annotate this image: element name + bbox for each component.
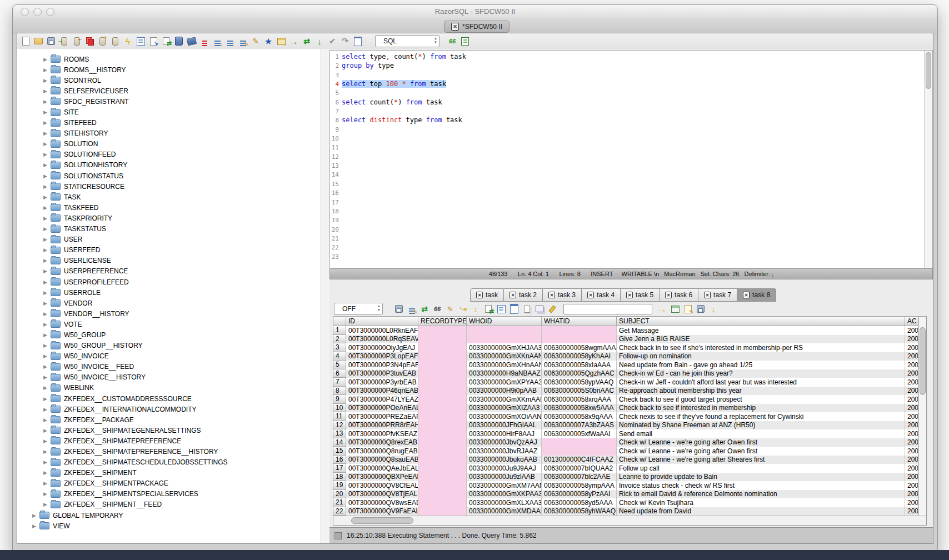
table-row[interactable]: 1200T3000000PRR8rEAH0033000000JFhGlAAL00… (333, 421, 926, 430)
table-cell[interactable]: 006300000058xIaAAA (542, 361, 617, 369)
editor-line[interactable]: 13 (330, 161, 932, 170)
table-cell[interactable]: 200 (905, 361, 918, 369)
table-row[interactable]: 1100T3000000PREZaEAP0033000000GmXOiAAN00… (333, 412, 926, 421)
table-cell[interactable]: Check w/ Leanne - we're going after Shea… (617, 456, 905, 464)
table-cell[interactable]: 00T3000000Q8sauEAB (346, 456, 418, 464)
tree-item-zkfedex-internationalcommodity[interactable]: ▶ZKFEDEX__INTERNATIONALCOMMODITY (17, 404, 321, 414)
table-cell[interactable]: 00T3000000OiyJgEAJ (346, 343, 418, 352)
table-cell[interactable] (418, 447, 467, 456)
expand-arrow-icon[interactable]: ▶ (43, 109, 51, 115)
table-cell[interactable]: 200 (905, 326, 918, 335)
table-cell[interactable] (418, 326, 467, 335)
new-database-object-icon[interactable] (97, 36, 107, 46)
table-row[interactable]: 500T3000000P3N4pEAF0033000000GmXHnAAN006… (333, 361, 926, 369)
table-cell[interactable]: 0033000000GmXKmAAN (467, 395, 542, 404)
tree-item-taskfeed[interactable]: ▶TASKFEED (17, 202, 321, 213)
expand-arrow-icon[interactable]: ▶ (43, 502, 51, 507)
tree-item-taskpriority[interactable]: ▶TASKPRIORITY (17, 213, 321, 223)
expand-arrow-icon[interactable]: ▶ (43, 385, 51, 391)
single-record-view-icon[interactable] (509, 304, 519, 314)
table-row[interactable]: 300T3000000OiyJgEAJ0033000000GmXHJAA3006… (333, 343, 926, 352)
tree-item-zkfedex-shipmentspecialservices[interactable]: ▶ZKFEDEX__SHIPMENTSPECIALSERVICES (17, 489, 321, 499)
expand-arrow-icon[interactable]: ▶ (32, 513, 39, 518)
expand-arrow-icon[interactable]: ▶ (43, 407, 51, 412)
table-row[interactable]: 700T3000000P3yrbEAB0033000000GmXPYAA3006… (333, 378, 926, 387)
table-cell[interactable]: 0033000000H9i0pAAB (467, 387, 542, 396)
table-cell[interactable] (418, 369, 467, 378)
refresh-pages-icon[interactable] (161, 36, 171, 46)
table-cell[interactable]: 00T3000000P46qnEAB (346, 387, 418, 396)
close-tab-icon[interactable]: ✕ (626, 292, 633, 298)
table-cell[interactable]: 0033000000GmXOiAAN (467, 412, 542, 421)
tree-item-view[interactable]: ▶VIEW (17, 521, 321, 531)
column-header-ID[interactable]: ID (346, 317, 418, 326)
tree-item-sitefeed[interactable]: ▶SITEFEED (17, 118, 321, 128)
expand-arrow-icon[interactable]: ▶ (43, 78, 51, 83)
expand-arrow-icon[interactable]: ▶ (43, 364, 51, 369)
table-cell[interactable]: 0013000000C4fFCAAZ (542, 456, 617, 464)
expand-arrow-icon[interactable]: ▶ (43, 396, 51, 402)
table-cell[interactable] (418, 438, 467, 447)
expand-arrow-icon[interactable]: ▶ (43, 162, 51, 168)
column-header-WHATID[interactable]: WHATID (542, 317, 617, 326)
column-header-AC[interactable]: AC (905, 317, 918, 326)
disconnect-database-icon[interactable] (72, 36, 82, 46)
table-cell[interactable]: Nominated by Shane Freeman at ANZ (HR50) (617, 421, 905, 430)
table-cell[interactable]: 200 (905, 352, 918, 361)
close-tab-icon[interactable]: ✕ (704, 292, 711, 298)
expand-arrow-icon[interactable]: ▶ (43, 194, 51, 200)
editor-line[interactable]: 9 (330, 125, 932, 134)
column-header-SUBJECT[interactable]: SUBJECT (617, 317, 905, 326)
table-cell[interactable]: 00T3000000P3tuvEAB (346, 369, 418, 378)
table-cell[interactable]: 200 (905, 412, 918, 421)
tree-item-zkfedex-shipment[interactable]: ▶ZKFEDEX__SHIPMENT (17, 468, 321, 478)
result-tab-task-7[interactable]: ✕task 7 (698, 288, 737, 302)
tree-item-zkfedex-customaddresssource[interactable]: ▶ZKFEDEX__CUSTOMADDRESSSOURCE (17, 393, 321, 404)
close-tab-icon[interactable]: ✕ (665, 292, 672, 298)
table-cell[interactable]: 006300000058wgmAAA (542, 343, 617, 352)
table-cell[interactable] (542, 326, 617, 335)
tree-item-zkfedex-shipmategeneralsettings[interactable]: ▶ZKFEDEX__SHIPMATEGENERALSETTINGS (17, 425, 321, 436)
table-cell[interactable]: 00630000007blc2AAE (542, 473, 617, 482)
editor-line[interactable]: 7 (330, 107, 932, 116)
expand-arrow-icon[interactable]: ▶ (43, 237, 51, 242)
table-cell[interactable]: 0033000000GmXMDAA3 (467, 507, 542, 516)
expand-arrow-icon[interactable]: ▶ (43, 279, 51, 285)
quotes-icon[interactable] (432, 304, 442, 314)
table-row[interactable]: 1600T3000000Q8sauEAB0033000000JbukoAAB00… (333, 456, 926, 464)
table-cell[interactable]: Need update from Bain - gave go ahead 1/… (617, 361, 905, 369)
tree-item-user[interactable]: ▶USER (17, 234, 321, 245)
table-row[interactable]: 1500T3000000Q8rugEAB0033000000JbvRJAAZCh… (333, 447, 926, 456)
sort-list-icon[interactable] (212, 36, 222, 46)
new-file-icon[interactable] (21, 36, 31, 46)
table-cell[interactable]: Send email (617, 429, 905, 438)
result-tab-task-4[interactable]: ✕task 4 (582, 288, 621, 302)
table-cell[interactable] (418, 378, 467, 387)
tree-item-sitehistory[interactable]: ▶SITEHISTORY (17, 128, 321, 139)
table-cell[interactable]: 0033000000HirF8AAJ (467, 429, 542, 438)
table-cell[interactable]: Check nexis to see if they've found a re… (617, 412, 905, 421)
expand-arrow-icon[interactable]: ▶ (43, 374, 51, 380)
table-vertical-scrollbar[interactable] (918, 326, 926, 516)
table-cell[interactable]: 00T3000000POeAnEAL (346, 404, 418, 413)
add-row-icon[interactable] (670, 304, 680, 314)
table-cell[interactable]: 006300000058ypVAAQ (542, 378, 617, 387)
select-stepper-icon[interactable]: ▲▼ (434, 37, 437, 44)
table-cell[interactable] (418, 429, 467, 438)
expand-arrow-icon[interactable]: ▶ (32, 523, 39, 529)
table-cell[interactable] (542, 438, 617, 447)
table-cell[interactable]: 00T3000000QV8CfEAL (346, 481, 418, 490)
editor-line[interactable]: 4select top 100 * from task (330, 79, 932, 88)
table-row[interactable]: 2200T3000000QV9FaEAL0033000000GmXMDAA300… (333, 507, 926, 516)
table-cell[interactable]: 0033000000Ju9J9AAJ (467, 464, 542, 473)
table-cell[interactable]: 200 (905, 421, 918, 430)
table-cell[interactable] (418, 421, 467, 430)
form-view-icon[interactable] (496, 304, 506, 314)
expand-arrow-icon[interactable]: ▶ (43, 417, 51, 423)
table-cell[interactable]: 00T3000000P3LopEAF (346, 352, 418, 361)
execute-statement-icon[interactable] (289, 36, 299, 46)
tree-item-selfserviceuser[interactable]: ▶SELFSERVICEUSER (17, 86, 321, 96)
sql-mode-select[interactable]: SQL ▲▼ (375, 35, 439, 47)
highlight-icon[interactable] (547, 304, 557, 314)
table-cell[interactable] (418, 335, 467, 344)
